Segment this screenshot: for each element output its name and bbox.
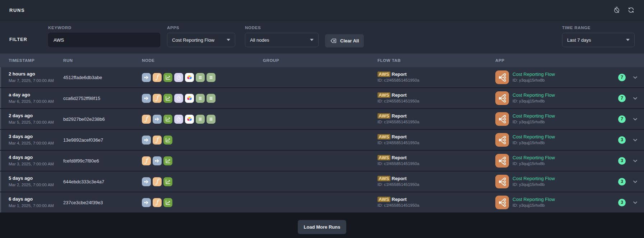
filter-label: FILTER xyxy=(9,37,48,42)
flow-tab-name: Report xyxy=(392,134,407,139)
function-node-icon[interactable]: ƒ xyxy=(153,177,162,186)
list-node-icon[interactable] xyxy=(196,94,205,103)
app-id: ID: y3qujj15rhx8b xyxy=(513,78,555,83)
function-node-icon[interactable]: ƒ xyxy=(153,73,162,82)
refresh-icon[interactable] xyxy=(627,6,635,14)
list-node-icon[interactable] xyxy=(207,73,216,82)
run-id: 237ce3cbe24f39e3 xyxy=(63,200,142,205)
chevron-down-icon[interactable] xyxy=(632,157,639,164)
flow-tab-name: Report xyxy=(392,155,407,160)
timer-off-icon[interactable] xyxy=(613,6,620,14)
list-node-icon[interactable] xyxy=(207,115,216,124)
arrow-node-icon[interactable] xyxy=(142,73,151,82)
table-row[interactable]: a day agoMar 6, 2025, 7:00:00 AMcca6d275… xyxy=(0,88,644,108)
absolute-time: Mar 6, 2025, 7:00:00 AM xyxy=(9,99,63,104)
timestamp-cell: a day agoMar 6, 2025, 7:00:00 AM xyxy=(9,92,63,104)
app-name-link[interactable]: Cost Reporting Flow xyxy=(513,155,555,160)
flow-tab-id: ID: c1f455851451950a xyxy=(377,161,495,166)
table-row[interactable]: 3 days agoMar 4, 2025, 7:00:00 AM13e9892… xyxy=(0,130,644,150)
airtable-node-icon[interactable] xyxy=(185,115,194,124)
flow-tab-cell: AWS ReportID: c1f455851451950a xyxy=(377,92,495,104)
row-actions: 3 xyxy=(599,157,644,165)
flow-app-icon xyxy=(495,70,509,84)
function-node-icon[interactable]: ƒ xyxy=(153,198,162,207)
timer-node-icon[interactable] xyxy=(174,94,183,103)
chart-node-icon[interactable] xyxy=(163,115,172,124)
chart-node-icon[interactable] xyxy=(163,177,172,186)
table-row[interactable]: 2 days agoMar 5, 2025, 7:00:00 AMbd2927b… xyxy=(0,109,644,129)
flow-tab-id: ID: c1f455851451950a xyxy=(377,120,495,125)
chevron-down-icon[interactable] xyxy=(632,199,639,206)
app-name-link[interactable]: Cost Reporting Flow xyxy=(513,197,555,202)
app-id: ID: y3qujj15rhx8b xyxy=(513,99,555,104)
chart-node-icon[interactable] xyxy=(163,136,172,145)
time-range-selected-value: Last 7 days xyxy=(567,37,591,43)
chevron-down-icon[interactable] xyxy=(632,95,639,102)
keyword-input[interactable] xyxy=(48,33,160,47)
list-node-icon[interactable] xyxy=(207,94,216,103)
flow-tab-cell: AWS ReportID: c1f455851451950a xyxy=(377,113,495,125)
arrow-node-icon[interactable] xyxy=(142,198,151,207)
timer-node-icon[interactable] xyxy=(174,73,183,82)
app-cell: Cost Reporting FlowID: y3qujj15rhx8b xyxy=(495,112,599,126)
relative-time: 4 days ago xyxy=(9,155,63,160)
table-row[interactable]: 5 days agoMar 2, 2025, 7:00:00 AM644ebdc… xyxy=(0,171,644,192)
list-node-icon[interactable] xyxy=(196,73,205,82)
timer-node-icon[interactable] xyxy=(174,115,183,124)
arrow-node-icon[interactable] xyxy=(142,136,151,145)
relative-time: 2 days ago xyxy=(9,113,63,119)
function-node-icon[interactable]: ƒ xyxy=(142,115,151,124)
app-name-link[interactable]: Cost Reporting Flow xyxy=(513,176,555,181)
table-row[interactable]: 2 hours agoMar 7, 2025, 7:00:00 AM4512ff… xyxy=(0,67,644,87)
arrow-node-icon[interactable] xyxy=(142,94,151,103)
apps-select[interactable]: Cost Reporting Flow xyxy=(167,33,235,47)
function-node-icon[interactable]: ƒ xyxy=(142,156,151,165)
chevron-down-icon[interactable] xyxy=(632,178,639,185)
keyword-highlight: AWS xyxy=(377,72,390,77)
run-id: cca6d2752ff98f15 xyxy=(63,96,142,101)
flow-app-icon xyxy=(495,175,509,188)
airtable-node-icon[interactable] xyxy=(185,94,194,103)
keyword-highlight: AWS xyxy=(377,134,390,139)
app-cell: Cost Reporting FlowID: y3qujj15rhx8b xyxy=(495,175,599,188)
absolute-time: Mar 2, 2025, 7:00:00 AM xyxy=(9,183,63,188)
function-node-icon[interactable]: ƒ xyxy=(153,136,162,145)
airtable-node-icon[interactable] xyxy=(185,73,194,82)
chart-node-icon[interactable] xyxy=(163,73,172,82)
keyword-highlight: AWS xyxy=(377,176,390,181)
load-more-button[interactable]: Load More Runs xyxy=(298,220,347,234)
keyword-label: KEYWORD xyxy=(48,26,160,30)
arrow-node-icon[interactable] xyxy=(153,156,162,165)
table-row[interactable]: 4 days agoMar 3, 2025, 7:00:00 AMfcefd8f… xyxy=(0,151,644,171)
list-node-icon[interactable] xyxy=(196,115,205,124)
run-id: 13e9892acef036e7 xyxy=(63,137,142,143)
table-row[interactable]: 6 days agoMar 1, 2025, 7:00:00 AM237ce3c… xyxy=(0,192,644,212)
node-icon-list: ƒ xyxy=(142,115,263,124)
chevron-down-icon[interactable] xyxy=(632,137,639,143)
chart-node-icon[interactable] xyxy=(163,198,172,207)
flow-app-icon xyxy=(495,91,509,105)
filter-bar: FILTER KEYWORD APPS Cost Reporting Flow … xyxy=(0,20,644,54)
arrow-node-icon[interactable] xyxy=(142,177,151,186)
chart-node-icon[interactable] xyxy=(163,94,172,103)
app-name-link[interactable]: Cost Reporting Flow xyxy=(513,134,555,139)
app-name-link[interactable]: Cost Reporting Flow xyxy=(513,113,555,119)
chevron-down-icon[interactable] xyxy=(632,116,639,123)
app-name-link[interactable]: Cost Reporting Flow xyxy=(513,92,555,98)
clear-all-button[interactable]: Clear All xyxy=(325,34,364,47)
chart-node-icon[interactable] xyxy=(163,156,172,165)
time-range-select[interactable]: Last 7 days xyxy=(562,33,635,47)
app-name-link[interactable]: Cost Reporting Flow xyxy=(513,72,555,77)
row-actions: 7 xyxy=(599,115,644,123)
nodes-select[interactable]: All nodes xyxy=(245,33,319,47)
function-node-icon[interactable]: ƒ xyxy=(153,94,162,103)
flow-tab-name: Report xyxy=(392,92,407,98)
runs-table-body: 2 hours agoMar 7, 2025, 7:00:00 AM4512ff… xyxy=(0,67,644,212)
arrow-node-icon[interactable] xyxy=(153,115,162,124)
timestamp-cell: 3 days agoMar 4, 2025, 7:00:00 AM xyxy=(9,134,63,146)
node-icon-list: ƒ xyxy=(142,94,263,103)
chevron-down-icon[interactable] xyxy=(632,74,639,81)
relative-time: a day ago xyxy=(9,92,63,98)
app-cell: Cost Reporting FlowID: y3qujj15rhx8b xyxy=(495,133,599,147)
relative-time: 5 days ago xyxy=(9,175,63,181)
